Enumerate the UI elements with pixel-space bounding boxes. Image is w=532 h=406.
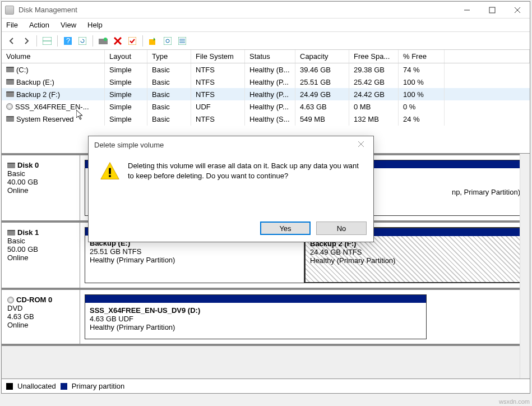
vol-name: Backup (E:) bbox=[16, 78, 54, 86]
menu-action[interactable]: Action bbox=[29, 21, 49, 29]
menu-file[interactable]: File bbox=[6, 21, 18, 29]
watermark: wsxdn.com bbox=[499, 398, 530, 405]
vol-line2: Healthy (Primary Partition) bbox=[310, 256, 520, 265]
dialog-message: Deleting this volume will erase all data… bbox=[128, 161, 362, 181]
check-icon[interactable] bbox=[126, 34, 139, 48]
vol-fs: NTFS bbox=[191, 63, 245, 76]
volume-row[interactable]: Backup 2 (F:)SimpleBasicNTFSHealthy (P..… bbox=[2, 88, 530, 100]
col-layout[interactable]: Layout bbox=[105, 50, 147, 63]
vol-pct: 24 % bbox=[399, 113, 445, 126]
vol-cap: 25.51 GB bbox=[295, 76, 349, 89]
back-button[interactable] bbox=[5, 34, 18, 48]
svg-point-16 bbox=[166, 39, 169, 43]
vol-name: Backup 2 (F:) bbox=[16, 90, 60, 99]
vol-layout: Simple bbox=[105, 63, 147, 76]
vol-free: 29.38 GB bbox=[349, 63, 399, 76]
menu-help[interactable]: Help bbox=[87, 21, 103, 29]
app-icon bbox=[5, 6, 14, 15]
yes-button[interactable]: Yes bbox=[260, 222, 311, 235]
vol-free: 25.42 GB bbox=[349, 76, 399, 89]
disk1-name: Disk 1 bbox=[17, 228, 39, 237]
menu-view[interactable]: View bbox=[61, 21, 76, 29]
drive-icon bbox=[6, 116, 14, 122]
dialog-title: Delete simple volume bbox=[94, 141, 354, 149]
vol-name: System Reserved bbox=[16, 115, 74, 123]
drive-icon bbox=[6, 79, 14, 85]
volume-row[interactable]: Backup (E:)SimpleBasicNTFSHealthy (P...2… bbox=[2, 76, 530, 88]
forward-button[interactable] bbox=[20, 34, 33, 48]
svg-point-10 bbox=[104, 38, 107, 41]
vol-line1: 4.63 GB UDF bbox=[90, 315, 422, 323]
vol-fs: NTFS bbox=[191, 76, 245, 89]
cdrom-status: Online bbox=[7, 321, 74, 329]
disk1-size: 50.00 GB bbox=[7, 245, 74, 253]
titlebar[interactable]: Disk Management bbox=[2, 2, 530, 19]
vol-line2: Healthy (Primary Partition) bbox=[90, 323, 422, 331]
vol-status: Healthy (B... bbox=[245, 63, 295, 76]
svg-rect-15 bbox=[164, 37, 172, 45]
vertical-scrollbar[interactable] bbox=[520, 154, 530, 379]
vol-free: 132 MB bbox=[349, 113, 399, 126]
legend: Unallocated Primary partition bbox=[2, 379, 530, 393]
vol-cap: 24.49 GB bbox=[295, 88, 349, 101]
disk0-size: 40.00 GB bbox=[7, 178, 74, 186]
vol-cap: 549 MB bbox=[295, 113, 349, 126]
vol-name: (C:) bbox=[16, 66, 29, 74]
dialog-close-button[interactable] bbox=[354, 141, 368, 149]
action2-icon[interactable] bbox=[161, 34, 174, 48]
rescan-icon[interactable] bbox=[96, 34, 110, 48]
view-split-icon[interactable] bbox=[40, 34, 54, 48]
svg-text:?: ? bbox=[66, 37, 70, 45]
cdrom-icon bbox=[6, 103, 13, 110]
legend-unallocated-swatch bbox=[6, 383, 13, 390]
vol-line1: 25.51 GB NTFS bbox=[90, 247, 299, 256]
disk0-status: Online bbox=[7, 186, 74, 195]
delete-volume-dialog: Delete simple volume Deleting this volum… bbox=[88, 136, 374, 242]
vol-line1: 24.49 GB NTFS bbox=[310, 248, 520, 256]
disk-icon bbox=[7, 230, 15, 236]
col-pctfree[interactable]: % Free bbox=[399, 50, 445, 63]
vol-type: Basic bbox=[147, 100, 191, 113]
svg-rect-8 bbox=[78, 37, 86, 45]
refresh-icon[interactable] bbox=[76, 34, 89, 48]
vol-status: Healthy (P... bbox=[245, 76, 295, 89]
action3-icon[interactable] bbox=[175, 34, 189, 48]
menubar: File Action View Help bbox=[2, 19, 530, 32]
svg-rect-1 bbox=[489, 7, 495, 13]
col-status[interactable]: Status bbox=[245, 50, 295, 63]
vol-status: Healthy (P... bbox=[245, 100, 295, 113]
cdrom-type: DVD bbox=[7, 304, 74, 312]
col-free[interactable]: Free Spa... bbox=[349, 50, 399, 63]
cdrom-vol[interactable]: SSS_X64FREE_EN-US_DV9 (D:) 4.63 GB UDF H… bbox=[85, 294, 427, 339]
vol-layout: Simple bbox=[105, 100, 147, 113]
action1-icon[interactable] bbox=[146, 34, 160, 48]
no-button[interactable]: No bbox=[316, 222, 367, 235]
warning-icon bbox=[100, 161, 120, 181]
cdrom-size: 4.63 GB bbox=[7, 312, 74, 321]
volume-row[interactable]: SSS_X64FREE_EN-...SimpleBasicUDFHealthy … bbox=[2, 100, 530, 113]
window-title: Disk Management bbox=[18, 6, 454, 14]
vol-layout: Simple bbox=[105, 88, 147, 101]
vol-type: Basic bbox=[147, 63, 191, 76]
maximize-button[interactable] bbox=[479, 2, 505, 18]
vol-layout: Simple bbox=[105, 76, 147, 89]
help-icon[interactable]: ? bbox=[61, 34, 75, 48]
volume-row[interactable]: System ReservedSimpleBasicNTFSHealthy (S… bbox=[2, 113, 530, 125]
vol-free: 0 MB bbox=[349, 100, 399, 113]
close-button[interactable] bbox=[505, 2, 530, 18]
col-filesystem[interactable]: File System bbox=[191, 50, 245, 63]
vol-pct: 74 % bbox=[399, 63, 445, 76]
drive-icon bbox=[6, 67, 14, 72]
col-capacity[interactable]: Capacity bbox=[295, 50, 349, 63]
vol-line2: Healthy (Primary Partition) bbox=[90, 256, 299, 264]
vol-name: SSS_X64FREE_EN-... bbox=[15, 103, 89, 111]
delete-icon[interactable] bbox=[111, 34, 124, 48]
vol-pct: 0 % bbox=[399, 100, 445, 113]
svg-rect-13 bbox=[128, 37, 136, 45]
vol-cap: 39.46 GB bbox=[295, 63, 349, 76]
col-type[interactable]: Type bbox=[147, 50, 191, 63]
col-volume[interactable]: Volume bbox=[2, 50, 105, 63]
cdrom-name: CD-ROM 0 bbox=[16, 296, 52, 304]
minimize-button[interactable] bbox=[454, 2, 479, 18]
volume-row[interactable]: (C:)SimpleBasicNTFSHealthy (B...39.46 GB… bbox=[2, 63, 530, 76]
